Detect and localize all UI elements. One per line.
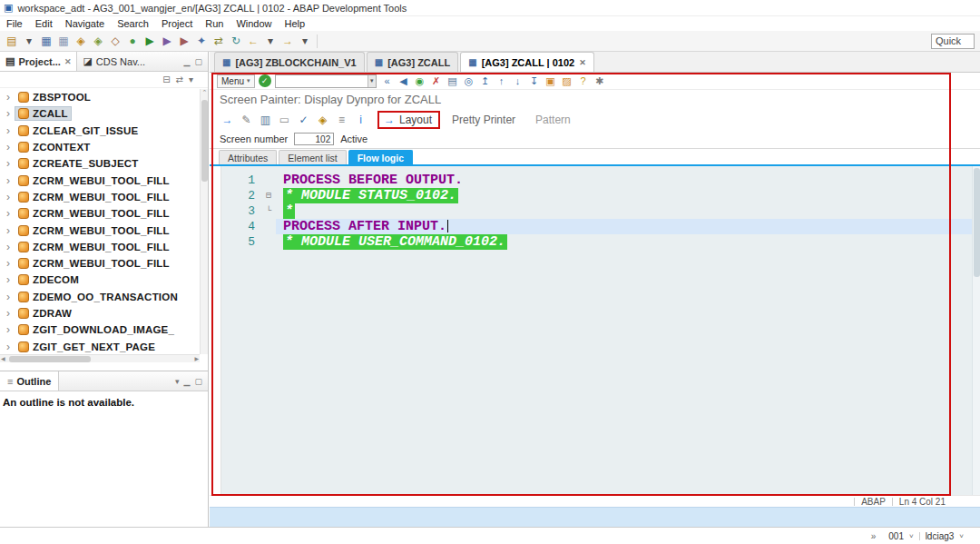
- code-line[interactable]: 5 * MODULE USER_COMMAND_0102.: [221, 234, 972, 250]
- menu-item[interactable]: Window: [230, 17, 278, 30]
- code-line-content[interactable]: PROCESS AFTER INPUT.: [276, 219, 972, 234]
- sapgui-menu-button[interactable]: Menu ▾: [217, 74, 255, 88]
- save-icon[interactable]: ▦: [38, 33, 54, 49]
- other-object-icon[interactable]: →: [220, 112, 235, 127]
- code-line-content[interactable]: * MODULE USER_COMMAND_0102.: [276, 234, 972, 250]
- minimize-icon[interactable]: ▁: [184, 57, 191, 66]
- tree-vertical-scrollbar[interactable]: ⌃: [200, 89, 208, 354]
- code-line[interactable]: 2 ⊟ * MODULE STATUS_0102.: [221, 188, 972, 203]
- expand-arrow-icon[interactable]: ›: [6, 126, 15, 135]
- editor-tab[interactable]: ▦ [AG3] ZCALL | 0102 ✕: [460, 52, 594, 72]
- scroll-right-icon[interactable]: ▶: [194, 355, 199, 363]
- overflow-chevron-icon[interactable]: »: [871, 531, 877, 541]
- back-icon[interactable]: ←: [245, 33, 261, 49]
- quick-access-input[interactable]: Quick: [931, 34, 975, 49]
- where-used-icon[interactable]: ◈: [315, 112, 330, 127]
- next-page-icon[interactable]: ↓: [511, 74, 525, 88]
- expand-arrow-icon[interactable]: ›: [6, 275, 15, 284]
- expand-arrow-icon[interactable]: ›: [6, 159, 15, 168]
- scrollbar-thumb[interactable]: [9, 356, 91, 362]
- maximize-icon[interactable]: ▢: [194, 377, 202, 386]
- fold-marker-icon[interactable]: └: [261, 203, 276, 219]
- collapse-all-icon[interactable]: ⊟: [162, 74, 170, 84]
- exit-icon[interactable]: ◉: [413, 74, 427, 88]
- expand-arrow-icon[interactable]: ›: [6, 143, 15, 152]
- layout-button[interactable]: → Layout: [377, 111, 440, 129]
- expand-arrow-icon[interactable]: ›: [6, 226, 15, 235]
- tree-item[interactable]: › ZCONTEXT: [0, 139, 200, 155]
- menu-item[interactable]: Search: [111, 17, 155, 30]
- collapse-icon[interactable]: «: [380, 74, 395, 88]
- enter-button[interactable]: ✓: [259, 74, 271, 87]
- close-icon[interactable]: ✕: [64, 57, 72, 66]
- tab-project-explorer[interactable]: ▤ Project... ✕: [0, 52, 77, 71]
- menu-item[interactable]: Run: [199, 17, 230, 30]
- expand-arrow-icon[interactable]: ›: [6, 325, 15, 334]
- tree-item[interactable]: › ZCRM_WEBUI_TOOL_FILL: [0, 172, 200, 188]
- mass-activate-icon[interactable]: ◈: [90, 33, 106, 49]
- tab-flow-logic[interactable]: Flow logic: [348, 150, 413, 164]
- scrollbar-thumb[interactable]: [201, 100, 208, 182]
- help-icon[interactable]: ?: [576, 74, 591, 88]
- scroll-up-icon[interactable]: ⌃: [201, 89, 209, 96]
- save-all-icon[interactable]: ▦: [55, 33, 72, 49]
- system-indicator[interactable]: 001: [888, 531, 904, 541]
- new-wizard-icon[interactable]: ▤: [4, 33, 20, 49]
- info-icon[interactable]: i: [353, 112, 368, 127]
- expand-arrow-icon[interactable]: ›: [6, 193, 15, 202]
- tree-item[interactable]: › ZCREATE_SUBJECT: [0, 155, 200, 172]
- expand-arrow-icon[interactable]: ›: [6, 292, 15, 302]
- tree-item[interactable]: › ZCRM_WEBUI_TOOL_FILL: [0, 255, 200, 272]
- profile-icon[interactable]: ▶: [159, 33, 175, 49]
- command-field[interactable]: ▾: [275, 74, 377, 88]
- tree-item[interactable]: › ZCRM_WEBUI_TOOL_FILL: [0, 205, 200, 222]
- code-line-content[interactable]: *: [276, 203, 972, 219]
- menu-item[interactable]: Navigate: [59, 17, 111, 30]
- find-icon[interactable]: ◎: [462, 74, 476, 88]
- tree-item[interactable]: › ZGIT_DOWNLOAD_IMAGE_: [0, 321, 200, 338]
- chevron-down-icon[interactable]: ˅: [959, 532, 964, 540]
- code-line[interactable]: 3 └ *: [221, 203, 972, 219]
- new-session-icon[interactable]: ▣: [544, 74, 558, 88]
- tab-outline[interactable]: ≡ Outline: [0, 371, 59, 391]
- menu-item[interactable]: File: [0, 17, 29, 30]
- expand-arrow-icon[interactable]: ›: [6, 259, 15, 268]
- menu-item[interactable]: Project: [155, 17, 199, 30]
- server-indicator[interactable]: ldciag3: [926, 531, 955, 541]
- close-icon[interactable]: ✕: [579, 58, 586, 67]
- run-icon[interactable]: ▶: [142, 33, 158, 49]
- tab-cds-navigator[interactable]: ◪ CDS Nav... ✕: [77, 52, 151, 71]
- new-dropdown-icon[interactable]: ▾: [21, 33, 37, 49]
- check-icon[interactable]: ✓: [296, 112, 311, 127]
- code-line-content[interactable]: PROCESS BEFORE OUTPUT.: [276, 173, 972, 188]
- back-icon[interactable]: ◀: [397, 74, 411, 88]
- print-icon[interactable]: ▤: [446, 74, 460, 88]
- tree-item[interactable]: › ZCRM_WEBUI_TOOL_FILL: [0, 189, 200, 205]
- expand-arrow-icon[interactable]: ›: [6, 242, 15, 252]
- code-line[interactable]: 1 PROCESS BEFORE OUTPUT.: [221, 173, 972, 188]
- tree-horizontal-scrollbar[interactable]: ◀ ▶: [0, 354, 200, 362]
- chevron-down-icon[interactable]: ˅: [909, 532, 914, 540]
- screen-number-input[interactable]: 102: [294, 133, 334, 145]
- customize-icon[interactable]: ✱: [593, 74, 607, 88]
- chevron-down-icon[interactable]: ▾: [368, 75, 376, 87]
- link-with-editor-icon[interactable]: ⇄: [176, 74, 183, 84]
- code-line-content[interactable]: * MODULE STATUS_0102.: [276, 188, 972, 203]
- expand-arrow-icon[interactable]: ›: [6, 342, 15, 351]
- tree-item[interactable]: › ZGIT_GET_NEXT_PAGE: [0, 338, 200, 354]
- expand-arrow-icon[interactable]: ›: [6, 309, 15, 318]
- inactive-objects-icon[interactable]: ◇: [107, 33, 123, 49]
- tree-item[interactable]: › ZCRM_WEBUI_TOOL_FILL: [0, 222, 200, 238]
- create-shortcut-icon[interactable]: ▨: [560, 74, 574, 88]
- tree-item[interactable]: › ZDECOM: [0, 272, 200, 288]
- view-menu-icon[interactable]: ▾: [189, 74, 193, 84]
- editor-tab[interactable]: ▦ [AG3] ZBLOCKCHAIN_V1 ✕: [214, 52, 365, 72]
- activate-icon[interactable]: ◈: [73, 33, 89, 49]
- code-vertical-scrollbar[interactable]: [972, 166, 980, 495]
- editor-tab[interactable]: ▦ [AG3] ZCALL ✕: [367, 52, 459, 72]
- menu-item[interactable]: Edit: [29, 17, 59, 30]
- copy-icon[interactable]: ▥: [258, 112, 273, 127]
- expand-arrow-icon[interactable]: ›: [6, 176, 15, 185]
- refresh-icon[interactable]: ↻: [228, 33, 244, 49]
- expand-arrow-icon[interactable]: ›: [6, 93, 15, 102]
